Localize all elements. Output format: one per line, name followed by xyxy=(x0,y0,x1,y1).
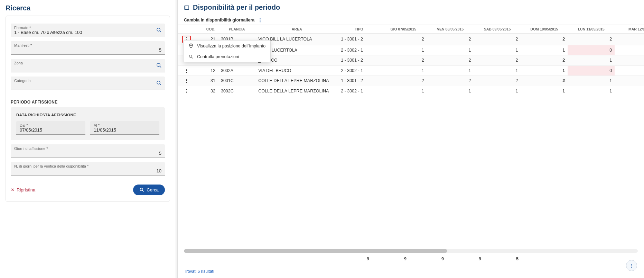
zona-value xyxy=(14,65,161,71)
cell-day-value: 2 xyxy=(380,76,427,86)
cell-day-value: 1 xyxy=(427,65,474,76)
svg-point-11 xyxy=(189,55,192,58)
search-button[interactable]: Cerca xyxy=(133,185,165,195)
cell-day-value: 1 xyxy=(380,65,427,76)
cell-day-value: 2 xyxy=(427,76,474,86)
cell-day-value: 2 xyxy=(474,34,521,45)
formato-field[interactable]: Formato * 1 - Base cm. 70 x Altezza cm. … xyxy=(11,24,165,37)
cell-day-value xyxy=(615,45,644,55)
col-day: MAR 12/05/ xyxy=(615,25,644,34)
panel-icon xyxy=(184,5,189,10)
cell-day-value: 1 xyxy=(427,86,474,96)
col-day: VEN 08/05/2015 xyxy=(427,25,474,34)
cell-day-value: 2 xyxy=(521,34,568,45)
search-icon[interactable] xyxy=(156,27,162,33)
table-row[interactable]: ⋮313001CCOLLE DELLA LEPRE MARZOLINA1 - 3… xyxy=(178,76,644,86)
dal-field[interactable]: Dal * 07/05/2015 xyxy=(16,121,85,135)
dal-value: 07/05/2015 xyxy=(20,127,82,133)
menu-view-position-label: Visualizza la posizione dell'impianto xyxy=(197,44,265,48)
search-icon[interactable] xyxy=(156,80,162,86)
search-icon[interactable] xyxy=(156,62,162,69)
cell-plancia: 3001C xyxy=(218,76,255,86)
cell-day-value: 2 xyxy=(474,55,521,66)
svg-line-12 xyxy=(192,57,193,58)
cell-day-value xyxy=(615,65,644,76)
al-field[interactable]: Al * 11/05/2015 xyxy=(90,121,159,135)
formato-value: 1 - Base cm. 70 x Altezza cm. 100 xyxy=(14,30,161,35)
results-count: Trovati 6 risultati xyxy=(178,265,644,278)
col-menu xyxy=(178,25,196,34)
row-context-menu: Visualizza la posizione dell'impianto Co… xyxy=(183,40,271,62)
svg-line-5 xyxy=(160,84,161,85)
menu-check-bookings-label: Controlla prenotazioni xyxy=(197,54,239,59)
cell-day-value: 1 xyxy=(568,55,615,66)
cell-area: COLLE DELLA LEPRE MARZOLINA xyxy=(255,76,338,86)
toggle-daily-button[interactable]: Cambia in disponibilità giornaliera xyxy=(184,18,254,23)
cell-cod: 12 xyxy=(196,65,218,76)
n-giorni-verifica-field[interactable]: N. di giorni per la verifica della dispo… xyxy=(11,162,165,176)
total-value: 5 xyxy=(484,253,521,265)
categoria-field[interactable]: Categoria xyxy=(11,77,165,90)
cell-cod: 32 xyxy=(196,86,218,96)
al-value: 11/05/2015 xyxy=(94,127,156,133)
horizontal-scrollbar[interactable] xyxy=(184,249,638,253)
table-row[interactable]: ⋮123002AVIA DEL BRUCO2 - 3002 - 111110 xyxy=(178,65,644,76)
data-richiesta-title: DATA RICHIESTA AFFISSIONE xyxy=(16,113,159,117)
cell-plancia: 3002A xyxy=(218,65,255,76)
svg-rect-8 xyxy=(185,6,189,9)
cell-day-value: 1 xyxy=(474,45,521,55)
fab-more-button[interactable]: ⋮ xyxy=(626,260,637,271)
col-day: LUN 11/05/2015 xyxy=(568,25,615,34)
categoria-label: Categoria xyxy=(14,79,161,83)
cell-area: COLLE DELLA LEPRE MARZOLINA xyxy=(255,86,338,96)
svg-point-6 xyxy=(140,188,143,191)
total-value: 9 xyxy=(335,253,372,265)
reset-button[interactable]: ✕ Ripristina xyxy=(11,187,35,192)
totals-row: 99995 xyxy=(178,253,644,265)
cell-tipo: 2 - 3002 - 1 xyxy=(338,65,380,76)
manifesti-field[interactable]: Manifesti * 5 xyxy=(11,41,165,55)
table-row[interactable]: ⋮323002CCOLLE DELLA LEPRE MARZOLINA2 - 3… xyxy=(178,86,644,96)
manifesti-value: 5 xyxy=(14,47,161,53)
results-table-wrap[interactable]: COD.PLANCIAAREATIPOGIO 07/05/2015VEN 08/… xyxy=(178,25,644,249)
cell-cod: 31 xyxy=(196,76,218,86)
formato-label: Formato * xyxy=(14,26,161,30)
search-button-label: Cerca xyxy=(147,187,159,192)
manifesti-label: Manifesti * xyxy=(14,43,161,47)
row-menu-icon[interactable]: ⋮ xyxy=(183,88,190,94)
svg-point-4 xyxy=(157,81,160,84)
zona-label: Zona xyxy=(14,61,161,65)
total-value: 9 xyxy=(372,253,409,265)
cell-day-value: 1 xyxy=(427,45,474,55)
cell-day-value: 1 xyxy=(474,65,521,76)
cell-day-value xyxy=(615,76,644,86)
more-icon[interactable]: ⋮ xyxy=(258,17,262,23)
giorni-affissione-value: 5 xyxy=(14,151,161,156)
cell-tipo: 1 - 3001 - 2 xyxy=(338,34,380,45)
giorni-affissione-field[interactable]: Giorni di affissione * 5 xyxy=(11,144,165,158)
scrollbar-thumb[interactable] xyxy=(184,249,447,253)
zona-field[interactable]: Zona xyxy=(11,59,165,72)
dal-label: Dal * xyxy=(20,123,82,127)
menu-check-bookings[interactable]: Controlla prenotazioni xyxy=(184,51,270,62)
al-label: Al * xyxy=(94,123,156,127)
cell-tipo: 1 - 3001 - 2 xyxy=(338,55,380,66)
cell-area: VIA DEL BRUCO xyxy=(255,65,338,76)
periodo-card: DATA RICHIESTA AFFISSIONE Dal * 07/05/20… xyxy=(11,107,165,140)
col-plancia: PLANCIA xyxy=(218,25,255,34)
cell-day-value: 0 xyxy=(568,45,615,55)
svg-point-0 xyxy=(157,28,160,31)
categoria-value xyxy=(14,83,161,88)
cell-day-value: 2 xyxy=(380,34,427,45)
row-menu-icon[interactable]: ⋮ xyxy=(183,68,190,74)
cell-day-value: 2 xyxy=(474,76,521,86)
search-icon xyxy=(188,54,194,59)
cell-day-value: 2 xyxy=(427,34,474,45)
svg-point-2 xyxy=(157,63,160,66)
n-giorni-verifica-value: 10 xyxy=(14,168,161,174)
menu-view-position[interactable]: Visualizza la posizione dell'impianto xyxy=(184,41,270,51)
cell-plancia: 3002C xyxy=(218,86,255,96)
cell-day-value: 1 xyxy=(521,86,568,96)
giorni-affissione-label: Giorni di affissione * xyxy=(14,146,161,151)
row-menu-icon[interactable]: ⋮ xyxy=(183,78,190,84)
